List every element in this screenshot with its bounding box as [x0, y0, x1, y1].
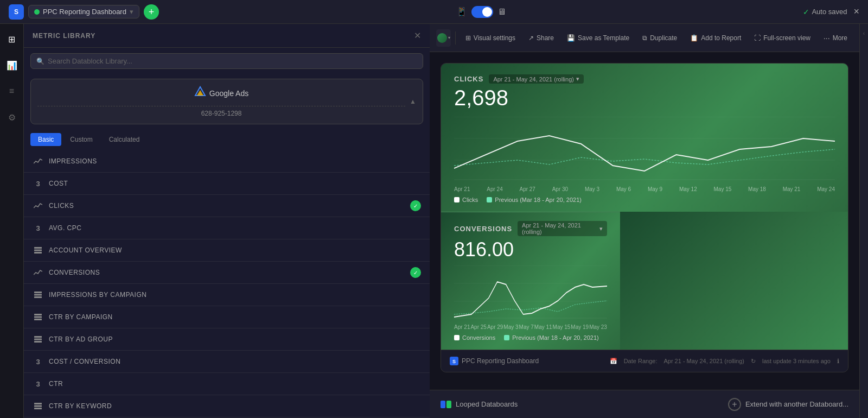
view-toggle[interactable] [471, 6, 493, 18]
clicks-chart-header: CLICKS Apr 21 - May 24, 2021 (rolling) ▾ [454, 74, 835, 84]
conversions-right-panel [620, 212, 848, 350]
clicks-check-badge: ✓ [410, 200, 421, 211]
clicks-date-range-selector[interactable]: Apr 21 - May 24, 2021 (rolling) ▾ [489, 74, 584, 84]
color-picker-button[interactable]: ▾ [436, 29, 451, 47]
conversions-chart-section: CONVERSIONS Apr 21 - May 24, 2021 (rolli… [441, 212, 620, 350]
table-icon-ctr-adgroup [33, 334, 43, 345]
tab-custom[interactable]: Custom [62, 133, 100, 146]
conversions-date-range-selector[interactable]: Apr 21 - May 24, 2021 (rolling) ▾ [518, 221, 607, 236]
sidebar-icon-table[interactable]: ≡ [3, 83, 21, 100]
svg-rect-15 [34, 406, 42, 407]
metric-name-clicks: CLICKS [49, 202, 405, 210]
sidebar-icon-grid[interactable]: ⊞ [3, 30, 21, 48]
dashboard-brand: S PPC Reporting Dashboard [450, 357, 539, 365]
auto-saved-status: ✓ Auto saved [803, 8, 847, 16]
provider-id: 628-925-1298 [37, 106, 405, 117]
add-to-report-button[interactable]: 📋 Add to Report [685, 31, 746, 45]
provider-name: Google Ads [209, 89, 248, 98]
save-as-template-button[interactable]: 💾 Save as Template [561, 31, 635, 45]
metric-item-avg-cpc[interactable]: 3 AVG. CPC [24, 217, 430, 239]
share-button[interactable]: ↗ Share [523, 31, 559, 45]
content-area: ▾ ⊞ Visual settings ↗ Share 💾 Save as Te… [430, 24, 859, 418]
looped-icon [441, 401, 451, 408]
extend-databoard-button[interactable]: + Extend with another Databoard... [728, 398, 848, 411]
number-3-icon-ctr: 3 [33, 378, 43, 389]
visual-settings-icon: ⊞ [465, 34, 471, 42]
sidebar-header: METRIC LIBRARY ✕ [24, 24, 430, 48]
conversions-date-range: Apr 21 - May 24, 2021 (rolling) [522, 222, 597, 235]
right-panel-collapse[interactable]: ‹ [859, 24, 868, 418]
metric-item-ctr-by-keyword[interactable]: CTR BY KEYWORD [24, 395, 430, 417]
number-3-icon-avg: 3 [33, 223, 43, 233]
metric-item-cost[interactable]: 3 COST [24, 173, 430, 195]
conv-legend-dot-previous [504, 335, 509, 340]
metric-item-conversions[interactable]: CONVERSIONS ✓ [24, 262, 430, 284]
svg-rect-14 [34, 403, 42, 404]
conv-date-range-chevron-icon: ▾ [599, 225, 603, 232]
duplicate-icon: ⧉ [642, 34, 647, 42]
search-box[interactable]: 🔍 [30, 53, 423, 69]
metric-name-cost-conversion: COST / CONVERSION [49, 358, 421, 365]
svg-rect-11 [34, 336, 42, 338]
sidebar-close-icon[interactable]: ✕ [414, 30, 421, 41]
close-button[interactable]: × [853, 6, 859, 17]
metric-item-impressions-by-campaign[interactable]: IMPRESSIONS BY CAMPAIGN [24, 284, 430, 306]
conversions-value: 816.00 [454, 238, 607, 261]
clicks-metric-name: CLICKS [454, 75, 483, 83]
table-icon-ctr-campaign [33, 312, 43, 322]
svg-rect-5 [34, 292, 42, 293]
conversions-x-axis: Apr 21 Apr 25 Apr 29 May 3 May 7 May 11 … [454, 324, 607, 330]
tab-basic[interactable]: Basic [30, 133, 61, 146]
full-screen-button[interactable]: ⛶ Full-screen view [749, 31, 816, 45]
mobile-icon[interactable]: 📱 [456, 7, 467, 17]
date-range-chevron-icon: ▾ [576, 75, 579, 83]
visual-settings-label: Visual settings [474, 34, 515, 42]
save-template-icon: 💾 [567, 34, 575, 42]
looped-databoards: Looped Databoards [441, 400, 518, 408]
more-button[interactable]: ··· More [818, 30, 853, 46]
provider-expand-icon[interactable]: ▲ [410, 98, 416, 105]
metric-item-ctr[interactable]: 3 CTR [24, 373, 430, 395]
trend-icon [33, 156, 43, 167]
metric-item-ctr-by-ad-group[interactable]: CTR BY AD GROUP [24, 328, 430, 351]
metric-item-cost-conversion[interactable]: 3 COST / CONVERSION [24, 351, 430, 373]
metric-item-account-overview[interactable]: ACCOUNT OVERVIEW [24, 239, 430, 262]
sidebar-panel: METRIC LIBRARY ✕ 🔍 [24, 24, 430, 418]
check-circle-icon: ✓ [803, 8, 809, 16]
provider-card[interactable]: Google Ads 628-925-1298 ▲ [30, 79, 423, 124]
desktop-icon[interactable]: 🖥 [497, 7, 506, 17]
clicks-legend-dot-current [454, 197, 459, 202]
metric-item-clicks[interactable]: CLICKS ✓ [24, 195, 430, 217]
dashboard-name-selector[interactable]: PPC Reporting Dashboard ▾ [28, 5, 139, 18]
trend-icon-conv [33, 267, 43, 278]
extend-icon: + [728, 398, 741, 411]
search-input[interactable] [48, 57, 417, 65]
sidebar-icon-settings[interactable]: ⚙ [3, 109, 21, 126]
svg-rect-6 [34, 294, 42, 296]
table-icon-imp-campaign [33, 289, 43, 300]
share-label: Share [537, 34, 554, 42]
sidebar-icon-chart[interactable]: 📊 [3, 56, 21, 74]
tab-calculated[interactable]: Calculated [101, 133, 148, 146]
toolbar-divider-1 [455, 31, 456, 45]
add-databoard-button[interactable]: + [144, 4, 159, 20]
duplicate-button[interactable]: ⧉ Duplicate [637, 31, 682, 45]
conversions-legend-current: Conversions [454, 334, 495, 341]
metric-item-ctr-by-campaign[interactable]: CTR BY CAMPAIGN [24, 306, 430, 328]
info-icon: ℹ [837, 358, 839, 365]
table-icon-ctr-keyword [33, 401, 43, 411]
conv-legend-dot-current [454, 335, 459, 340]
metric-name-avg-cpc: AVG. CPC [49, 224, 421, 232]
clicks-chart-section: CLICKS Apr 21 - May 24, 2021 (rolling) ▾… [441, 64, 848, 212]
visual-settings-button[interactable]: ⊞ Visual settings [460, 31, 521, 45]
google-ads-logo: Google Ads [194, 86, 248, 100]
extend-label: Extend with another Databoard... [745, 400, 848, 408]
topbar-left: S PPC Reporting Dashboard ▾ + [9, 4, 159, 20]
dashboard-meta: 📅 Date Range: Apr 21 - May 24, 2021 (rol… [610, 358, 839, 365]
metric-name-ctr-by-keyword: CTR BY KEYWORD [49, 402, 421, 410]
refresh-icon: ↻ [751, 358, 756, 365]
metric-name-account-overview: ACCOUNT OVERVIEW [49, 246, 421, 254]
widget-toolbar: ▾ ⊞ Visual settings ↗ Share 💾 Save as Te… [430, 24, 859, 52]
metric-item-impressions[interactable]: IMPRESSIONS [24, 150, 430, 173]
svg-text:S: S [452, 359, 456, 364]
